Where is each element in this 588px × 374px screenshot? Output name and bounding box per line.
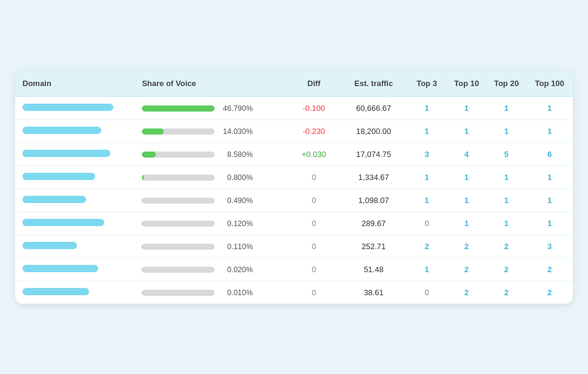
top3-cell: 0	[407, 281, 447, 304]
top100-cell: 2	[526, 258, 573, 281]
traffic-cell: 51.48	[341, 258, 407, 281]
top20-cell: 1	[487, 97, 527, 120]
table-row: 0.110%0252.712223	[15, 235, 573, 258]
sov-cell: 0.110%	[135, 235, 287, 258]
col-header-sov: Share of Voice	[135, 70, 287, 97]
domain-cell	[15, 281, 135, 304]
top20-cell: 1	[487, 189, 527, 212]
top10-cell: 2	[447, 235, 487, 258]
top10-cell: 1	[447, 212, 487, 235]
sov-cell: 8.580%	[135, 143, 287, 166]
domain-cell	[15, 166, 135, 189]
top100-cell: 1	[526, 97, 573, 120]
sov-cell: 0.120%	[135, 212, 287, 235]
table-row: 0.010%038.610222	[15, 281, 573, 304]
traffic-cell: 1,334.67	[341, 166, 407, 189]
diff-cell: -0.100	[287, 97, 341, 120]
top100-cell: 6	[526, 143, 573, 166]
traffic-cell: 1,098.07	[341, 189, 407, 212]
domain-cell	[15, 120, 135, 143]
top3-cell: 1	[407, 97, 447, 120]
top20-cell: 2	[487, 258, 527, 281]
top10-cell: 1	[447, 97, 487, 120]
table-header-row: Domain Share of Voice Diff Est. traffic …	[15, 70, 573, 97]
diff-cell: 0	[287, 212, 341, 235]
share-of-voice-table: Domain Share of Voice Diff Est. traffic …	[15, 70, 573, 304]
domain-cell	[15, 258, 135, 281]
col-header-traffic: Est. traffic	[341, 70, 407, 97]
sov-cell: 46.790%	[135, 97, 287, 120]
top3-cell: 1	[407, 166, 447, 189]
top20-cell: 2	[487, 281, 527, 304]
domain-cell	[15, 143, 135, 166]
traffic-cell: 17,074.75	[341, 143, 407, 166]
top10-cell: 2	[447, 258, 487, 281]
top3-cell: 1	[407, 189, 447, 212]
domain-cell	[15, 189, 135, 212]
col-header-top100: Top 100	[526, 70, 573, 97]
table-row: 0.120%0289.670111	[15, 212, 573, 235]
top100-cell: 1	[526, 189, 573, 212]
sov-percentage: 0.020%	[219, 265, 253, 274]
sov-percentage: 0.120%	[219, 219, 253, 228]
top100-cell: 1	[526, 120, 573, 143]
top100-cell: 1	[526, 212, 573, 235]
top10-cell: 1	[447, 189, 487, 212]
top3-cell: 1	[407, 120, 447, 143]
domain-cell	[15, 97, 135, 120]
top10-cell: 2	[447, 281, 487, 304]
col-header-top20: Top 20	[487, 70, 527, 97]
diff-cell: +0.030	[287, 143, 341, 166]
col-header-diff: Diff	[287, 70, 341, 97]
table-row: 0.800%01,334.671111	[15, 166, 573, 189]
sov-cell: 14.030%	[135, 120, 287, 143]
table-row: 8.580%+0.03017,074.753456	[15, 143, 573, 166]
traffic-cell: 38.61	[341, 281, 407, 304]
diff-cell: 0	[287, 235, 341, 258]
sov-percentage: 14.030%	[219, 127, 253, 136]
sov-percentage: 8.580%	[219, 150, 253, 159]
top3-cell: 2	[407, 235, 447, 258]
diff-cell: 0	[287, 166, 341, 189]
top20-cell: 1	[487, 166, 527, 189]
table-row: 14.030%-0.23018,200.001111	[15, 120, 573, 143]
table-row: 46.790%-0.10060,666.671111	[15, 97, 573, 120]
top3-cell: 3	[407, 143, 447, 166]
sov-percentage: 0.800%	[219, 173, 253, 182]
top10-cell: 4	[447, 143, 487, 166]
sov-percentage: 0.110%	[219, 242, 253, 251]
diff-cell: -0.230	[287, 120, 341, 143]
sov-cell: 0.020%	[135, 258, 287, 281]
domain-cell	[15, 212, 135, 235]
top20-cell: 2	[487, 235, 527, 258]
top20-cell: 1	[487, 212, 527, 235]
top10-cell: 1	[447, 166, 487, 189]
col-header-domain: Domain	[15, 70, 135, 97]
top100-cell: 1	[526, 166, 573, 189]
traffic-cell: 289.67	[341, 212, 407, 235]
table-row: 0.490%01,098.071111	[15, 189, 573, 212]
col-header-top3: Top 3	[407, 70, 447, 97]
sov-percentage: 0.490%	[219, 196, 253, 205]
diff-cell: 0	[287, 258, 341, 281]
traffic-cell: 252.71	[341, 235, 407, 258]
sov-cell: 0.800%	[135, 166, 287, 189]
diff-cell: 0	[287, 189, 341, 212]
sov-percentage: 0.010%	[219, 289, 253, 297]
table-row: 0.020%051.481222	[15, 258, 573, 281]
col-header-top10: Top 10	[447, 70, 487, 97]
top3-cell: 1	[407, 258, 447, 281]
sov-cell: 0.010%	[135, 281, 287, 304]
top20-cell: 5	[487, 143, 527, 166]
diff-cell: 0	[287, 281, 341, 304]
sov-percentage: 46.790%	[219, 104, 253, 113]
top20-cell: 1	[487, 120, 527, 143]
traffic-cell: 60,666.67	[341, 97, 407, 120]
sov-cell: 0.490%	[135, 189, 287, 212]
top100-cell: 2	[526, 281, 573, 304]
main-card: Domain Share of Voice Diff Est. traffic …	[15, 70, 573, 304]
top100-cell: 3	[526, 235, 573, 258]
top10-cell: 1	[447, 120, 487, 143]
traffic-cell: 18,200.00	[341, 120, 407, 143]
domain-cell	[15, 235, 135, 258]
